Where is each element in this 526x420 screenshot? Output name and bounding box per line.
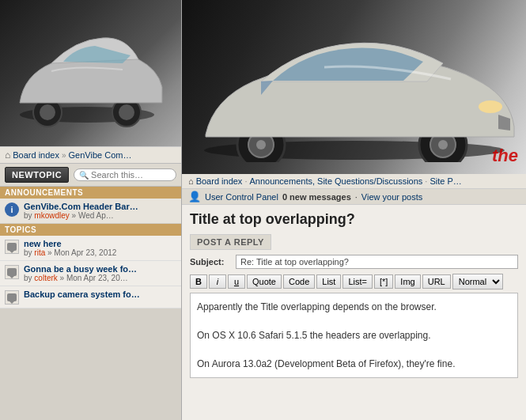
message-body[interactable]: Apparently the Title overlapping depends…: [190, 293, 518, 378]
car-svg-left: [4, 8, 170, 134]
announce-icon: i: [5, 202, 19, 217]
user-bar: 👤 User Control Panel 0 new messages · Vi…: [182, 189, 526, 205]
toolbar-img[interactable]: Img: [395, 274, 420, 289]
toolbar-list[interactable]: List: [316, 274, 341, 289]
toolbar-quote[interactable]: Quote: [247, 274, 282, 289]
forum-controls: NEWTOPIC 🔍: [0, 164, 181, 187]
svg-point-2: [40, 104, 55, 120]
svg-point-11: [438, 140, 448, 149]
toolbar-bold[interactable]: B: [190, 274, 207, 289]
car-image-bg: [0, 0, 181, 146]
search-input[interactable]: [91, 170, 171, 180]
announcements-header: ANNOUNCEMENTS: [0, 187, 181, 199]
topic-content-0: new here by rita » Mon Apr 23, 2012: [24, 239, 176, 257]
announce-title[interactable]: GenVibe.Com Header Bar…: [24, 202, 176, 211]
board-index-link-right[interactable]: Board index: [196, 176, 243, 186]
toolbar-code[interactable]: Code: [283, 274, 315, 289]
announce-author[interactable]: mkowdley: [34, 211, 69, 220]
topic-content-2: Backup camera system fo…: [24, 289, 176, 299]
topic-title-2[interactable]: Backup camera system fo…: [24, 289, 176, 299]
topics-header: TOPICS: [0, 224, 181, 236]
svg-point-8: [256, 140, 266, 149]
announcements-link[interactable]: Announcements, Site Questions/Discussion…: [249, 176, 422, 186]
user-control-panel-link[interactable]: User Control Panel: [205, 192, 278, 202]
car-image-left: 60 Horsepower: [0, 0, 181, 146]
svg-point-4: [119, 104, 134, 120]
subject-row: Subject:: [190, 255, 518, 269]
message-count: 0 new messages: [282, 192, 351, 202]
topic-meta-0: by rita » Mon Apr 23, 2012: [24, 248, 176, 257]
message-line-3: On OS X 10.6 Safari 5.1.5 the headers ar…: [197, 330, 431, 341]
site-page-link[interactable]: Site P…: [430, 176, 461, 186]
toolbar-format-select[interactable]: Normal H1 H2: [452, 274, 503, 289]
subject-label: Subject:: [190, 257, 229, 267]
breadcrumb-left: ⌂ Board index » GenVibe Com…: [0, 146, 181, 164]
user-icon: 👤: [188, 191, 201, 202]
topic-title-1[interactable]: Gonna be a busy week fo…: [24, 264, 176, 274]
message-line-5: On Aurora 13.0a2 (Development Beta of Fi…: [197, 358, 455, 369]
home-icon-right: ⌂: [188, 176, 194, 186]
subject-input[interactable]: [236, 255, 518, 269]
car-svg-right: [182, 4, 526, 162]
svg-point-12: [479, 100, 502, 113]
toolbar-list-ordered[interactable]: List=: [342, 274, 373, 289]
search-box: 🔍: [74, 168, 176, 181]
topic-item-1: Gonna be a busy week fo… by colterk » Mo…: [0, 261, 181, 286]
topic-content-1: Gonna be a busy week fo… by colterk » Mo…: [24, 264, 176, 282]
section-link-left[interactable]: GenVibe Com…: [69, 150, 132, 160]
post-reply-label: POST A REPLY: [190, 234, 271, 250]
new-topic-button[interactable]: NEWTOPIC: [5, 167, 69, 183]
announce-meta: by mkowdley » Wed Ap…: [24, 211, 176, 220]
topic-icon-1: [5, 265, 19, 279]
post-title: Title at top overlapping?: [190, 211, 518, 228]
topic-meta-1: by colterk » Mon Apr 23, 20…: [24, 274, 176, 282]
announcement-item: i GenVibe.Com Header Bar… by mkowdley » …: [0, 199, 181, 224]
right-panel: the ⌂ Board index · Announcements, Site …: [182, 0, 526, 420]
toolbar-list-item[interactable]: [*]: [374, 274, 393, 289]
announce-content: GenVibe.Com Header Bar… by mkowdley » We…: [24, 202, 176, 220]
topic-title-0[interactable]: new here: [24, 239, 176, 248]
message-line-1: Apparently the Title overlapping depends…: [197, 301, 437, 312]
toolbar-underline[interactable]: u: [228, 274, 245, 289]
home-icon: ⌂: [5, 149, 10, 161]
topic-icon-0: [5, 240, 19, 254]
car-image-right: the: [182, 0, 526, 174]
toolbar-italic[interactable]: i: [209, 274, 226, 289]
topic-author-0[interactable]: rita: [34, 248, 45, 257]
toolbar-url[interactable]: URL: [422, 274, 451, 289]
watermark: the: [492, 146, 518, 166]
topic-item-0: new here by rita » Mon Apr 23, 2012: [0, 236, 181, 261]
right-breadcrumb: ⌂ Board index · Announcements, Site Ques…: [182, 174, 526, 189]
topic-item-2: Backup camera system fo…: [0, 286, 181, 308]
topic-icon-2: [5, 290, 19, 305]
board-index-link-left[interactable]: Board index: [13, 150, 59, 160]
post-area: Title at top overlapping? POST A REPLY S…: [182, 205, 526, 420]
topic-author-1[interactable]: colterk: [34, 274, 57, 282]
car-image-right-bg: the: [182, 0, 526, 174]
editor-toolbar: B i u Quote Code List List= [*] Img URL …: [190, 274, 518, 289]
view-posts-link[interactable]: View your posts: [361, 192, 422, 202]
left-panel: 60 Horsepower ⌂ Board index » GenVibe Co…: [0, 0, 182, 420]
search-icon: 🔍: [79, 171, 89, 180]
